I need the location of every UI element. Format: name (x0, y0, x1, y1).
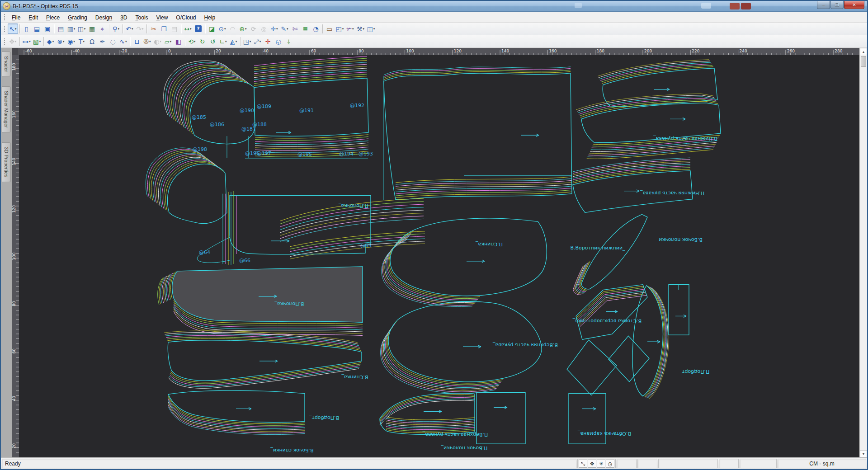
trace-tool-button[interactable]: ✎▾ (279, 24, 290, 34)
piece-to-3d-button[interactable]: ◰▾ (335, 24, 345, 34)
pieces-pair-button[interactable]: ◫▾ (366, 24, 376, 34)
dropdown-arrow-icon[interactable]: ▾ (363, 27, 365, 31)
save-button[interactable]: ▣ (42, 24, 52, 34)
dropdown-arrow-icon[interactable]: ▾ (149, 40, 151, 43)
pattern-canvas[interactable]: П.Полочка_П.Спинка_В.Нижняя часть рукава… (19, 55, 859, 457)
move-piece-tool-button[interactable]: ✥▾ (8, 36, 18, 47)
add-circle-button[interactable]: ⊕▾ (238, 24, 248, 34)
dropdown-arrow-icon[interactable]: ▾ (224, 27, 226, 31)
piece-front-gray-piece[interactable] (158, 267, 363, 336)
zoom-button[interactable]: ⚲▾ (111, 24, 121, 34)
menu-design[interactable]: Design (91, 13, 116, 22)
dropdown-arrow-icon[interactable]: ▾ (236, 40, 237, 43)
piece-diamond-piece-1[interactable] (567, 340, 617, 395)
notch-box-button[interactable]: ◧ (173, 36, 184, 47)
piece-side-curve-piece[interactable] (632, 286, 669, 399)
piece-under-collar[interactable] (573, 214, 647, 295)
side-tab-shader[interactable]: Shader (2, 52, 11, 76)
pleat-tool-button[interactable]: ≣ (300, 24, 311, 34)
angle-display-icon[interactable]: ◷ (606, 460, 614, 468)
dropdown-arrow-icon[interactable]: ▾ (250, 40, 251, 43)
walk-pieces-button[interactable]: ◵ (273, 36, 283, 47)
dropdown-arrow-icon[interactable]: ▾ (342, 27, 344, 31)
dropdown-arrow-icon[interactable]: ▾ (84, 27, 86, 31)
side-tab-shader-manager[interactable]: Shader Manager (2, 86, 11, 132)
circle-x-tool-button[interactable]: ⊗▾ (56, 36, 66, 47)
open-file-button[interactable]: ⬓ (32, 24, 42, 34)
resize-view-button[interactable]: ⤢▾ (252, 36, 263, 47)
import-piece-button[interactable]: ⤓ (283, 36, 294, 47)
wave-tool-button[interactable]: ∿▾ (118, 36, 128, 47)
toolbar2-grip-icon[interactable] (4, 38, 6, 45)
add-image-button[interactable]: ▧▾ (32, 36, 42, 47)
piece-front-yoke-nest[interactable] (146, 148, 227, 223)
text-tool-button[interactable]: T▾ (76, 36, 87, 47)
dropdown-arrow-icon[interactable]: ▾ (74, 27, 75, 31)
fold-piece-button[interactable]: ◳▾ (242, 36, 252, 47)
print-button[interactable]: ▤ (56, 24, 66, 34)
dropdown-arrow-icon[interactable]: ▾ (276, 27, 278, 31)
notch-tool-button[interactable]: ✄ (290, 24, 300, 34)
plot-window-button[interactable]: ◫▾ (76, 24, 87, 34)
dropdown-arrow-icon[interactable]: ▾ (52, 40, 54, 43)
scroll-thumb[interactable] (861, 56, 866, 67)
arc-tool-button[interactable]: ◠ (227, 24, 238, 34)
menu-help[interactable]: Help (200, 13, 219, 22)
pin-tool-button[interactable]: ✇▾ (142, 36, 152, 47)
button-tool-button[interactable]: ◉▾ (66, 36, 76, 47)
undo-button[interactable]: ↶▾ (124, 24, 135, 34)
fabric-tool-button[interactable]: ◪ (207, 24, 217, 34)
menu-file[interactable]: File (8, 13, 24, 22)
vertical-scrollbar[interactable]: ▲ ▼ (859, 48, 867, 457)
rotate-tool-button[interactable]: ⟳ (248, 24, 259, 34)
piece-diamond-piece-2[interactable] (609, 336, 649, 382)
restore-button[interactable]: ❐ (830, 1, 844, 9)
piece-back-slanted-piece[interactable] (164, 331, 362, 388)
dropdown-arrow-icon[interactable]: ▾ (160, 40, 161, 43)
measure-tape-button[interactable]: ▭ (324, 24, 335, 34)
minimize-button[interactable]: – (817, 1, 830, 9)
dropdown-arrow-icon[interactable]: ▾ (132, 27, 133, 31)
dropdown-arrow-icon[interactable]: ▾ (15, 40, 17, 43)
seam-tool-button[interactable]: Ω (87, 36, 97, 47)
piece-report-button[interactable]: ⌖ (97, 24, 108, 34)
copy-piece-button[interactable]: ❐ (159, 24, 169, 34)
menu-edit[interactable]: Edit (24, 13, 42, 22)
redo-button[interactable]: ↷▾ (135, 24, 145, 34)
menubar-grip-icon[interactable] (4, 14, 6, 21)
move-piece-icon[interactable]: ✥ (588, 460, 596, 468)
walk-tool-button[interactable]: ◔ (311, 24, 321, 34)
excel-export-button[interactable]: ▦ (87, 24, 97, 34)
select-tool-button[interactable]: ↖▾ (8, 24, 18, 34)
dropdown-arrow-icon[interactable]: ▾ (190, 27, 192, 31)
piece-facing-band[interactable] (168, 390, 305, 434)
toolbar1-grip-icon[interactable] (4, 25, 6, 33)
dropdown-arrow-icon[interactable]: ▾ (29, 40, 31, 43)
pen-tool-button[interactable]: ✒ (97, 36, 108, 47)
menu-tools[interactable]: Tools (132, 13, 152, 22)
dropdown-arrow-icon[interactable]: ▾ (73, 40, 75, 43)
rotate-ccw-button[interactable]: ↺ (208, 36, 218, 47)
dropdown-arrow-icon[interactable]: ▾ (259, 40, 261, 43)
dropdown-arrow-icon[interactable]: ▾ (142, 27, 144, 31)
dropdown-arrow-icon[interactable]: ▾ (118, 27, 119, 31)
snap-curve-icon[interactable]: ⤡ (579, 460, 587, 468)
measure-tool-button[interactable]: ↔▾ (183, 24, 193, 34)
scroll-down-icon[interactable]: ▼ (860, 450, 867, 457)
dropdown-arrow-icon[interactable]: ▾ (15, 27, 17, 31)
piece-sleeve-band-3[interactable] (573, 158, 693, 212)
move-point-button[interactable]: ✛▾ (269, 24, 279, 34)
menu-grading[interactable]: Grading (64, 13, 91, 22)
dropdown-arrow-icon[interactable]: ▾ (170, 40, 172, 43)
rotate-cw-button[interactable]: ↻ (197, 36, 208, 47)
dropdown-arrow-icon[interactable]: ▾ (245, 27, 247, 31)
new-piece-button[interactable]: ▱▾ (163, 36, 173, 47)
dropdown-arrow-icon[interactable]: ▾ (352, 27, 354, 31)
piece-collar-stand[interactable] (576, 285, 647, 339)
dart-tool-button[interactable]: ◆▾ (45, 36, 56, 47)
attach-point-button[interactable]: ⊶▾ (21, 36, 32, 47)
piece-back-curve-piece[interactable] (382, 218, 547, 307)
tools-hammer-button[interactable]: ⚒▾ (355, 24, 366, 34)
print-preview-button[interactable]: ▥▾ (66, 24, 76, 34)
scroll-track[interactable] (860, 68, 867, 450)
